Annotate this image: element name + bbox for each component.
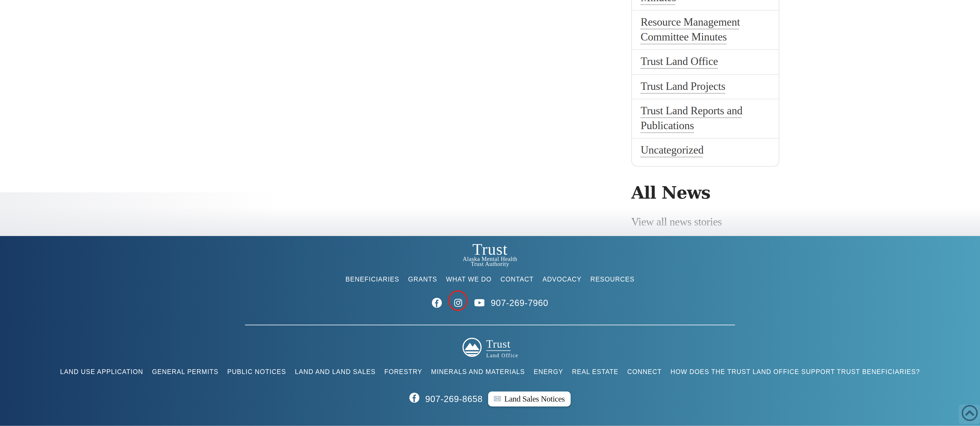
category-list-item: Trust Land Office (632, 50, 779, 74)
tlo-nav-link[interactable]: PUBLIC NOTICES (227, 368, 286, 375)
facebook-icon[interactable] (432, 298, 442, 308)
category-link[interactable]: Uncategorized (641, 144, 704, 156)
trust-nav-link[interactable]: GRANTS (408, 275, 437, 283)
category-list-item: Trust Land Projects (632, 74, 779, 99)
trust-land-office-logo-text: Trust Land Office (486, 340, 518, 358)
chevron-up-icon (961, 405, 978, 424)
facebook-icon[interactable] (410, 393, 420, 405)
trust-nav-link[interactable]: WHAT WE DO (446, 275, 492, 283)
tlo-nav-link[interactable]: REAL ESTATE (572, 368, 619, 375)
land-sales-notices-button[interactable]: Land Sales Notices (488, 391, 570, 406)
page-stage: Minutes Resource Management Committee Mi… (0, 0, 980, 426)
trust-land-office-nav: LAND USE APPLICATIONGENERAL PERMITSPUBLI… (30, 368, 951, 375)
category-link[interactable]: Trust Land Office (641, 55, 718, 68)
category-link[interactable]: Resource Management Committee Minutes (641, 16, 740, 43)
content-area: Minutes Resource Management Committee Mi… (0, 0, 980, 236)
category-link[interactable]: Trust Land Projects (641, 80, 725, 92)
tlo-nav-link[interactable]: FORESTRY (385, 368, 422, 375)
category-link-partial[interactable]: Minutes (641, 0, 676, 3)
tlo-nav-link[interactable]: LAND USE APPLICATION (60, 368, 143, 375)
trust-authority-tagline-line2: Trust Authority (0, 261, 980, 267)
trust-nav-link[interactable]: RESOURCES (590, 275, 635, 283)
footer-divider (245, 325, 735, 326)
tlo-contact-row: 907-269-8658 Land Sales Notices (0, 391, 980, 406)
tlo-nav-link[interactable]: ENERGY (534, 368, 563, 375)
tlo-logo-subtitle: Land Office (486, 353, 518, 358)
tlo-logo-title: Trust (486, 340, 511, 349)
trust-land-office-logo[interactable]: Trust Land Office (0, 337, 980, 360)
tlo-nav-link[interactable]: HOW DOES THE TRUST LAND OFFICE SUPPORT T… (671, 368, 920, 375)
category-link[interactable]: Trust Land Reports and Publications (641, 105, 743, 131)
trust-nav-link[interactable]: CONTACT (500, 275, 534, 283)
tlo-nav-link[interactable]: MINERALS AND MATERIALS (431, 368, 525, 375)
category-list-item: Trust Land Reports and Publications (632, 99, 779, 138)
category-list-box: Minutes Resource Management Committee Mi… (631, 0, 780, 166)
instagram-icon[interactable] (453, 299, 462, 307)
envelope-icon (494, 396, 501, 402)
category-list-item-partial: Minutes (632, 0, 779, 10)
tlo-nav-link[interactable]: LAND AND LAND SALES (295, 368, 375, 375)
view-all-news-link[interactable]: View all news stories (631, 215, 722, 228)
page-viewport: Minutes Resource Management Committee Mi… (0, 0, 980, 426)
category-list-item: Uncategorized (632, 138, 779, 166)
trust-authority-nav: BENEFICIARIESGRANTSWHAT WE DOCONTACTADVO… (30, 275, 951, 283)
tlo-nav-link[interactable]: GENERAL PERMITS (152, 368, 218, 375)
trust-nav-link[interactable]: BENEFICIARIES (345, 275, 399, 283)
all-news-heading: All News (631, 183, 710, 203)
site-footer: Trust Alaska Mental Health Trust Authori… (0, 236, 980, 426)
trust-authority-logo[interactable]: Trust Alaska Mental Health Trust Authori… (0, 242, 980, 267)
category-list-item: Resource Management Committee Minutes (632, 10, 779, 50)
youtube-icon[interactable] (474, 299, 484, 306)
trust-authority-logo-title: Trust (0, 242, 980, 257)
trust-phone-link[interactable]: 907-269-7960 (491, 298, 548, 308)
mountain-lake-icon (461, 337, 482, 360)
trust-nav-link[interactable]: ADVOCACY (542, 275, 582, 283)
trust-social-row: 907-269-7960 (0, 298, 980, 308)
category-list: Minutes Resource Management Committee Mi… (632, 0, 779, 166)
tlo-logo-divider (486, 350, 510, 351)
scroll-to-top-button[interactable] (959, 405, 980, 424)
tlo-nav-link[interactable]: CONNECT (627, 368, 662, 375)
land-sales-notices-label: Land Sales Notices (504, 394, 565, 404)
tlo-phone-link[interactable]: 907-269-8658 (425, 394, 483, 404)
